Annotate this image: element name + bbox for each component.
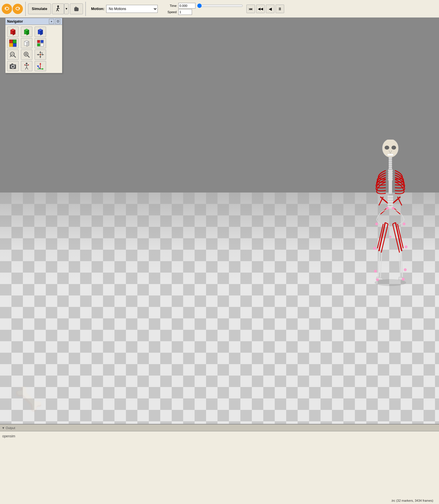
run-icon: [54, 5, 62, 13]
svg-line-102: [385, 223, 388, 224]
svg-marker-44: [39, 56, 41, 58]
undo-button[interactable]: [2, 4, 12, 14]
simulate-button[interactable]: Simulate: [28, 3, 51, 14]
panel-item-opensim: opensim: [2, 434, 437, 439]
svg-rect-77: [387, 154, 393, 156]
svg-rect-52: [11, 64, 13, 65]
status-bar-text: .trc (32 markers, 3434 frames): [391, 499, 433, 502]
navigator-expand-button[interactable]: ⊡: [55, 19, 60, 24]
svg-rect-81: [389, 163, 392, 165]
separator-1: [25, 2, 26, 16]
svg-line-60: [25, 67, 27, 70]
nav-pink-cube-button[interactable]: [7, 38, 19, 48]
navigator-header-controls: × ⊡: [49, 19, 60, 24]
navigator-panel: Navigator × ⊡: [5, 18, 62, 73]
pause-button[interactable]: ⏸: [276, 5, 284, 13]
nav-red-cube-button[interactable]: [7, 27, 19, 37]
nav-white-cube-button[interactable]: [21, 38, 32, 48]
nav-zoom-in-button[interactable]: [21, 49, 32, 60]
time-speed-area: Time Speed: [165, 3, 243, 15]
run-dropdown-button[interactable]: ▼: [64, 3, 69, 14]
step-back-button[interactable]: ◀◀: [256, 5, 265, 13]
svg-rect-30: [41, 40, 43, 43]
navigator-close-button[interactable]: ×: [49, 19, 54, 24]
green-cube-icon: [23, 28, 31, 36]
svg-rect-82: [389, 165, 392, 167]
svg-line-40: [27, 55, 29, 57]
bottom-panel: ▼ Output opensim .trc (32 markers, 3434 …: [0, 424, 439, 504]
svg-rect-32: [41, 43, 43, 46]
time-slider[interactable]: [197, 3, 243, 8]
motion-label: Motion:: [91, 7, 104, 11]
svg-marker-46: [42, 54, 44, 55]
svg-rect-23: [13, 43, 16, 47]
svg-point-76: [391, 146, 396, 150]
nav-figure-button[interactable]: [21, 61, 32, 71]
svg-point-48: [41, 52, 43, 53]
svg-line-35: [14, 55, 16, 57]
motion-dropdown[interactable]: No Motions: [106, 5, 158, 13]
svg-point-54: [26, 63, 27, 64]
zoom-in-icon: [23, 51, 31, 59]
time-input[interactable]: [178, 3, 195, 9]
svg-marker-65: [42, 68, 44, 70]
svg-point-112: [403, 223, 406, 225]
red-cube-icon: [9, 28, 17, 36]
svg-line-7: [58, 8, 60, 9]
camera-icon: [9, 62, 17, 70]
bottom-panel-content: opensim: [0, 431, 439, 504]
svg-marker-63: [39, 63, 41, 64]
nav-multi-cube-button[interactable]: [35, 38, 46, 48]
svg-point-2: [57, 5, 59, 7]
nav-zoom-out-button[interactable]: [7, 49, 19, 60]
figure-icon: [23, 62, 31, 70]
to-start-button[interactable]: ⏮: [246, 5, 255, 13]
svg-rect-31: [37, 43, 40, 46]
svg-marker-43: [39, 51, 41, 53]
hand-icon: [72, 5, 80, 13]
svg-line-108: [380, 253, 382, 278]
pink-cube-icon: [9, 39, 17, 47]
svg-line-61: [27, 67, 28, 70]
svg-point-116: [404, 268, 407, 271]
redo-button[interactable]: [13, 4, 23, 14]
svg-rect-97: [387, 203, 393, 205]
pan-icon: [36, 51, 44, 59]
back-button[interactable]: ◀: [266, 5, 274, 13]
panel-item-4: [2, 442, 437, 443]
skeleton-svg: [365, 140, 416, 305]
navigator-body: [5, 25, 62, 73]
motion-area: Motion: No Motions: [91, 5, 158, 13]
svg-rect-83: [389, 167, 392, 169]
nav-green-cube-button[interactable]: [21, 27, 32, 37]
nav-axes-button[interactable]: [35, 61, 46, 71]
svg-rect-22: [9, 40, 13, 43]
hand-tool-button[interactable]: [70, 3, 83, 14]
zoom-out-icon: [9, 51, 17, 59]
nav-pan-button[interactable]: [35, 49, 46, 60]
bottom-panel-header-label: ▼ Output: [2, 426, 15, 430]
svg-line-107: [378, 251, 379, 277]
svg-rect-89: [389, 170, 392, 194]
viewport-3d[interactable]: 🦴: [0, 18, 439, 424]
speed-label: Speed: [165, 10, 177, 14]
viewport-watermark: 🦴: [14, 386, 43, 412]
run-button[interactable]: [52, 3, 64, 14]
svg-line-106: [393, 223, 396, 224]
svg-rect-95: [387, 198, 393, 200]
svg-point-115: [374, 270, 377, 273]
svg-rect-25: [9, 43, 13, 47]
svg-rect-96: [387, 201, 393, 203]
svg-rect-53: [14, 65, 15, 66]
svg-rect-78: [389, 157, 392, 159]
run-control-group: ▼: [52, 3, 69, 14]
svg-point-113: [373, 247, 376, 250]
simulate-label: Simulate: [32, 7, 47, 11]
playback-controls: ⏮ ◀◀ ◀ ⏸: [246, 5, 284, 13]
svg-point-122: [375, 279, 406, 286]
speed-input[interactable]: [178, 9, 192, 15]
nav-blue-cube-button[interactable]: [35, 27, 46, 37]
svg-rect-80: [389, 161, 392, 163]
nav-camera-button[interactable]: [7, 61, 19, 71]
svg-rect-24: [13, 40, 16, 43]
